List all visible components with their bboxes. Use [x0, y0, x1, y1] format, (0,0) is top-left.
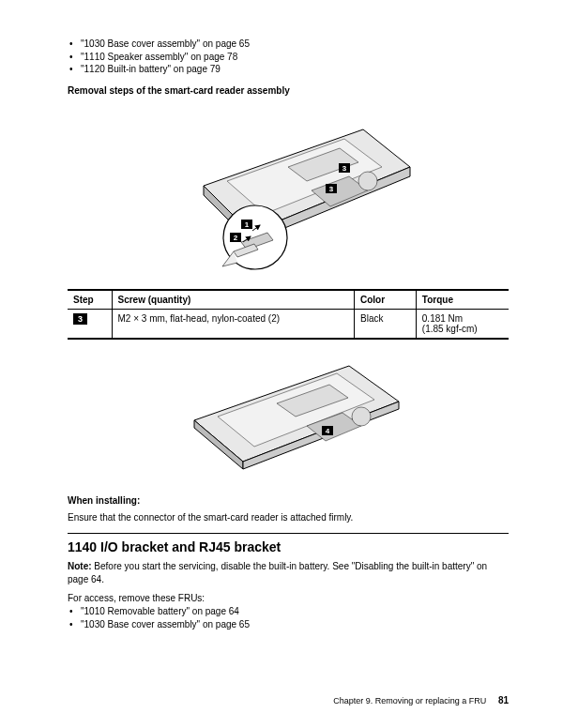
callout-3a: 3	[342, 164, 347, 173]
list-item: "1030 Base cover assembly" on page 65	[81, 618, 509, 631]
ref-text: "1010 Removable battery" on page 64	[81, 606, 239, 616]
td-torque: 0.181 Nm (1.85 kgf-cm)	[416, 309, 509, 339]
ref-text: "1030 Base cover assembly" on page 65	[81, 619, 250, 629]
ref-text: "1110 Speaker assembly" on page 78	[81, 52, 237, 62]
diagram-smart-card-reader: 3 3 1 2	[68, 101, 509, 281]
page-footer: Chapter 9. Removing or replacing a FRU 8…	[333, 695, 509, 705]
svg-point-20	[352, 407, 371, 426]
svg-point-6	[358, 172, 377, 190]
td-screw: M2 × 3 mm, flat-head, nylon-coated (2)	[112, 309, 355, 339]
list-item: "1010 Removable battery" on page 64	[81, 605, 509, 618]
footer-page-number: 81	[498, 695, 509, 705]
note-paragraph: Note: Before you start the servicing, di…	[68, 560, 509, 585]
callout-4: 4	[326, 427, 330, 435]
when-installing-heading: When installing:	[68, 495, 509, 506]
td-step: 3	[68, 309, 112, 339]
th-torque: Torque	[416, 290, 509, 310]
section-title-1140: 1140 I/O bracket and RJ45 bracket	[68, 539, 509, 554]
note-text: Before you start the servicing, disable …	[68, 561, 487, 584]
laptop-chassis-illustration: 3 3 1 2	[147, 101, 429, 280]
top-reference-list: "1030 Base cover assembly" on page 65 "1…	[68, 38, 509, 76]
td-color: Black	[355, 309, 417, 339]
list-item: "1120 Built-in battery" on page 79	[81, 63, 509, 76]
note-label: Note:	[68, 561, 92, 571]
table-header-row: Step Screw (quantity) Color Torque	[68, 290, 509, 310]
ref-text: "1030 Base cover assembly" on page 65	[81, 38, 250, 49]
th-screw: Screw (quantity)	[112, 290, 355, 310]
footer-chapter: Chapter 9. Removing or replacing a FRU	[333, 696, 486, 705]
th-step: Step	[68, 290, 112, 310]
when-installing-text: Ensure that the connector of the smart-c…	[68, 511, 509, 524]
callout-2: 2	[234, 234, 238, 242]
torque-sub: (1.85 kgf-cm)	[422, 324, 503, 334]
access-fru-list: "1010 Removable battery" on page 64 "103…	[68, 605, 509, 630]
torque-main: 0.181 Nm	[422, 313, 463, 324]
removal-steps-heading: Removal steps of the smart-card reader a…	[68, 85, 509, 96]
ref-text: "1120 Built-in battery" on page 79	[81, 64, 221, 74]
access-intro: For access, remove these FRUs:	[68, 593, 509, 603]
diagram-io-bracket: 4	[68, 347, 509, 480]
section-divider	[68, 533, 509, 534]
table-row: 3 M2 × 3 mm, flat-head, nylon-coated (2)…	[68, 309, 509, 339]
callout-3b: 3	[329, 185, 334, 193]
th-color: Color	[355, 290, 417, 310]
step-badge: 3	[73, 313, 87, 326]
callout-1: 1	[245, 220, 250, 229]
screw-table: Step Screw (quantity) Color Torque 3 M2 …	[68, 289, 509, 340]
laptop-chassis-illustration-2: 4	[157, 347, 419, 478]
list-item: "1110 Speaker assembly" on page 78	[81, 51, 509, 64]
list-item: "1030 Base cover assembly" on page 65	[81, 38, 509, 51]
